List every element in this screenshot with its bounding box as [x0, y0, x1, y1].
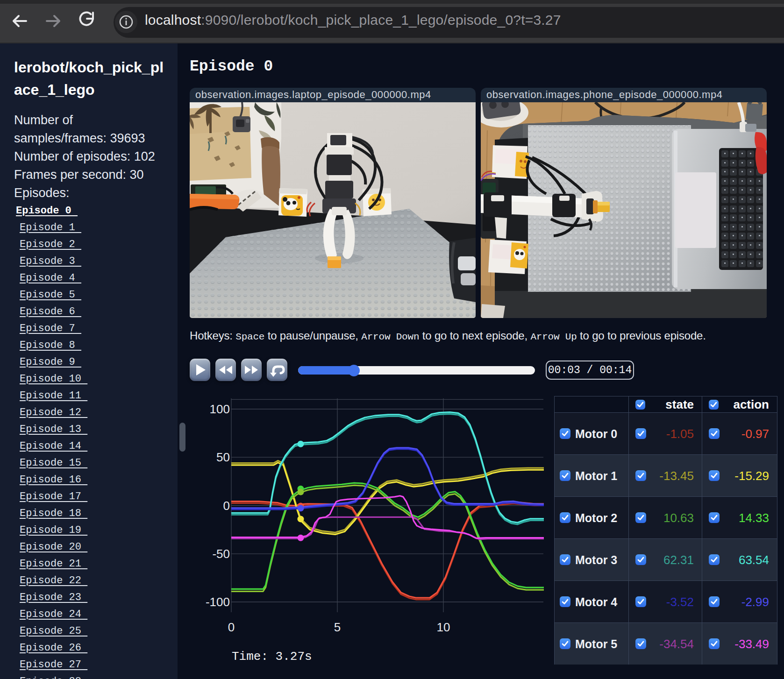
svg-text:-100: -100	[206, 595, 230, 609]
svg-text:0: 0	[223, 499, 230, 513]
svg-text:0: 0	[228, 620, 235, 634]
svg-text:50: 50	[216, 450, 230, 464]
svg-text:100: 100	[210, 402, 230, 416]
svg-text:10: 10	[437, 620, 450, 634]
svg-text:5: 5	[334, 620, 341, 634]
svg-text:Time: 3.27s: Time: 3.27s	[232, 650, 312, 664]
svg-text:-50: -50	[212, 547, 230, 561]
